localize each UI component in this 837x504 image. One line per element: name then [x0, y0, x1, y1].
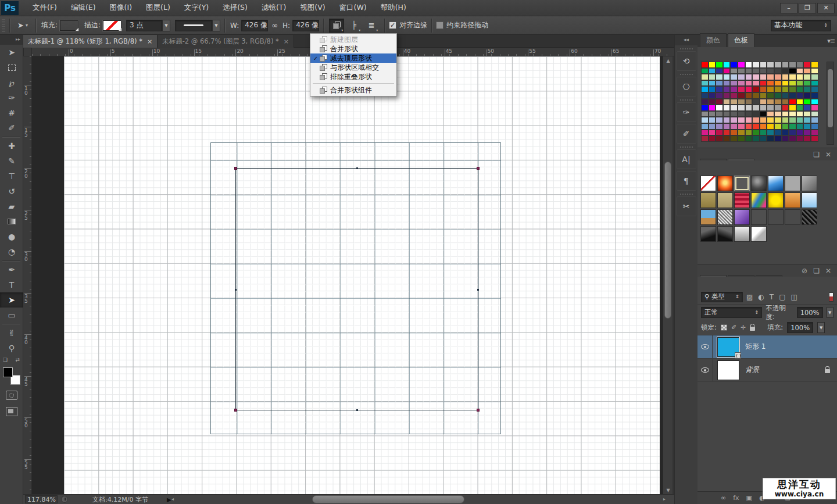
- color-swatch[interactable]: [723, 62, 731, 68]
- color-swatch[interactable]: [803, 80, 811, 87]
- color-swatch[interactable]: [738, 62, 745, 68]
- document-tab-2[interactable]: 未标题-2 @ 66.7% (图层 3, RGB/8) *×: [158, 35, 294, 48]
- color-swatch[interactable]: [730, 86, 738, 92]
- move-tool[interactable]: ➤: [0, 45, 23, 60]
- color-swatch[interactable]: [730, 80, 738, 87]
- rectangle-shape-layer[interactable]: [210, 142, 501, 434]
- color-swatch[interactable]: [716, 99, 723, 105]
- menu-item-5[interactable]: 文字(Y): [178, 1, 214, 15]
- color-swatch[interactable]: [738, 105, 745, 111]
- quick-selection-tool[interactable]: ✑: [0, 90, 23, 105]
- color-swatch[interactable]: [723, 99, 731, 105]
- gradient-tool[interactable]: [0, 214, 23, 229]
- tool-preset-picker[interactable]: ➤ ▾: [14, 20, 31, 30]
- color-swatch[interactable]: [782, 130, 789, 136]
- color-swatch[interactable]: [767, 99, 774, 105]
- swatches-scroll-thumb[interactable]: [828, 69, 833, 127]
- color-swatch[interactable]: [774, 135, 782, 142]
- color-swatch[interactable]: [701, 92, 709, 99]
- path-anchor-bottom-left[interactable]: [234, 409, 237, 412]
- style-dark-pattern[interactable]: [802, 209, 817, 225]
- color-swatch[interactable]: [730, 62, 738, 68]
- color-swatch[interactable]: [738, 80, 745, 87]
- document-tab-1[interactable]: 未标题-1 @ 118% (矩形 1, RGB/8) *×: [23, 35, 158, 48]
- horizontal-scrollbar[interactable]: ◂ ▸: [171, 495, 666, 504]
- color-swatch[interactable]: [811, 130, 818, 136]
- color-swatch[interactable]: [745, 86, 753, 92]
- color-swatch[interactable]: [760, 130, 767, 136]
- path-arrange-button[interactable]: ≣ ▾: [364, 19, 379, 33]
- paragraph-panel-icon[interactable]: ¶: [677, 171, 696, 191]
- color-swatch[interactable]: [716, 92, 723, 99]
- color-swatch[interactable]: [745, 99, 753, 105]
- dodge-tool[interactable]: ◔: [0, 244, 23, 259]
- color-swatch[interactable]: [709, 105, 716, 111]
- style-purple-grad[interactable]: [734, 209, 750, 225]
- color-swatch[interactable]: [782, 99, 789, 105]
- color-swatch[interactable]: [752, 130, 760, 136]
- color-swatch[interactable]: [738, 111, 745, 117]
- menu-item-7[interactable]: 滤镜(T): [256, 1, 292, 15]
- color-swatch[interactable]: [782, 105, 789, 111]
- style-noise[interactable]: [717, 209, 733, 225]
- color-swatch[interactable]: [796, 62, 804, 68]
- color-swatch[interactable]: [774, 74, 782, 80]
- color-swatch[interactable]: [745, 111, 753, 117]
- style-sun-glow[interactable]: [717, 176, 733, 191]
- eyedropper-tool[interactable]: ✐: [0, 120, 23, 135]
- color-swatch[interactable]: [760, 62, 767, 68]
- type-tool[interactable]: T: [0, 277, 23, 292]
- color-swatch[interactable]: [709, 86, 716, 92]
- style-tan[interactable]: [700, 192, 716, 208]
- color-swatch[interactable]: [782, 135, 789, 142]
- brush-presets-panel-icon[interactable]: ✐: [677, 124, 696, 144]
- rectangle-tool[interactable]: ▭: [0, 308, 23, 323]
- color-swatch[interactable]: [730, 130, 738, 136]
- document-canvas[interactable]: [64, 56, 660, 494]
- menu-item-4[interactable]: 图层(L): [140, 1, 176, 15]
- color-swatch[interactable]: [752, 80, 760, 87]
- color-swatch[interactable]: [774, 105, 782, 111]
- opacity-field[interactable]: 100%: [797, 307, 823, 318]
- color-swatch[interactable]: [716, 62, 723, 68]
- link-layers-icon[interactable]: ∞: [721, 494, 726, 502]
- color-swatch[interactable]: [701, 117, 709, 123]
- color-swatch[interactable]: [760, 86, 767, 92]
- color-swatch[interactable]: [745, 135, 753, 142]
- layer-filter-kind-dropdown[interactable]: ⚲ 类型 ⇕: [701, 292, 743, 302]
- color-swatch[interactable]: [760, 123, 767, 130]
- color-swatch[interactable]: [774, 62, 782, 68]
- color-swatch[interactable]: [760, 135, 767, 142]
- color-swatch[interactable]: [760, 92, 767, 99]
- color-swatch[interactable]: [789, 111, 796, 117]
- color-swatch[interactable]: [789, 86, 796, 92]
- color-swatch[interactable]: [709, 111, 716, 117]
- color-swatch[interactable]: [709, 74, 716, 80]
- color-swatch[interactable]: [738, 135, 745, 142]
- color-swatch[interactable]: [716, 123, 723, 130]
- close-button[interactable]: ✕: [817, 3, 835, 13]
- color-swatch[interactable]: [760, 80, 767, 87]
- color-swatch[interactable]: [716, 117, 723, 123]
- color-swatch[interactable]: [803, 86, 811, 92]
- color-swatch[interactable]: [789, 105, 796, 111]
- layer-row[interactable]: 背景: [698, 359, 837, 382]
- brush-panel-icon[interactable]: ✑: [677, 102, 696, 122]
- color-swatch[interactable]: [723, 130, 731, 136]
- new-style-icon[interactable]: ❏: [813, 267, 820, 275]
- color-swatch[interactable]: [745, 74, 753, 80]
- color-swatch[interactable]: [803, 74, 811, 80]
- color-swatch[interactable]: [709, 130, 716, 136]
- color-swatch[interactable]: [738, 123, 745, 130]
- color-swatch[interactable]: [803, 68, 811, 74]
- color-swatch[interactable]: [803, 117, 811, 123]
- color-swatch[interactable]: [789, 135, 796, 142]
- path-midpoint-right[interactable]: [477, 289, 479, 291]
- color-swatch[interactable]: [745, 92, 753, 99]
- color-swatch[interactable]: [723, 86, 731, 92]
- style-silver-gloss[interactable]: [734, 226, 750, 242]
- layer-thumbnail[interactable]: [717, 360, 739, 380]
- workspace-switcher[interactable]: 基本功能⇕: [771, 20, 831, 31]
- link-dimensions-icon[interactable]: ∞: [271, 22, 278, 29]
- align-edges-option[interactable]: ✓ 对齐边缘: [389, 20, 427, 30]
